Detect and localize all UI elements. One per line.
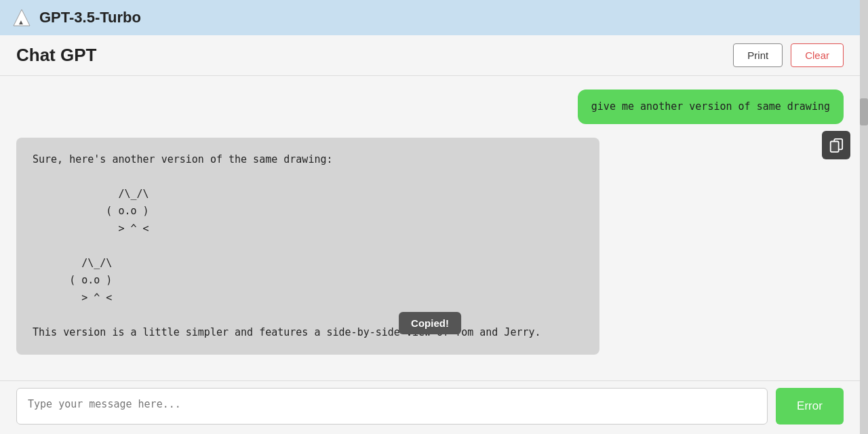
user-bubble: give me another version of same drawing (578, 90, 844, 124)
assistant-bubble: Sure, here's another version of the same… (16, 138, 599, 355)
message-input[interactable] (16, 388, 768, 425)
scrollbar-thumb[interactable] (860, 98, 868, 125)
sub-header: Chat GPT Print Clear (0, 35, 860, 76)
app-title: GPT-3.5-Turbo (39, 9, 141, 26)
page-title: Chat GPT (16, 45, 96, 66)
logo-icon: ▲ (11, 7, 33, 28)
copy-button[interactable] (822, 131, 850, 159)
clipboard-icon (829, 138, 844, 153)
svg-text:▲: ▲ (18, 18, 24, 26)
copied-tooltip: Copied! (399, 312, 461, 334)
header-actions: Print Clear (733, 43, 844, 67)
svg-rect-3 (831, 141, 839, 152)
assistant-message: Sure, here's another version of the same… (16, 138, 844, 355)
app-header: ▲ GPT-3.5-Turbo (0, 0, 860, 35)
scrollbar-track[interactable] (860, 0, 868, 434)
chat-area: give me another version of same drawing … (0, 76, 860, 380)
send-button[interactable]: Error (776, 388, 844, 425)
user-message: give me another version of same drawing (16, 90, 844, 124)
input-area: Error (0, 380, 860, 434)
print-button[interactable]: Print (733, 43, 783, 67)
clear-button[interactable]: Clear (791, 43, 844, 67)
